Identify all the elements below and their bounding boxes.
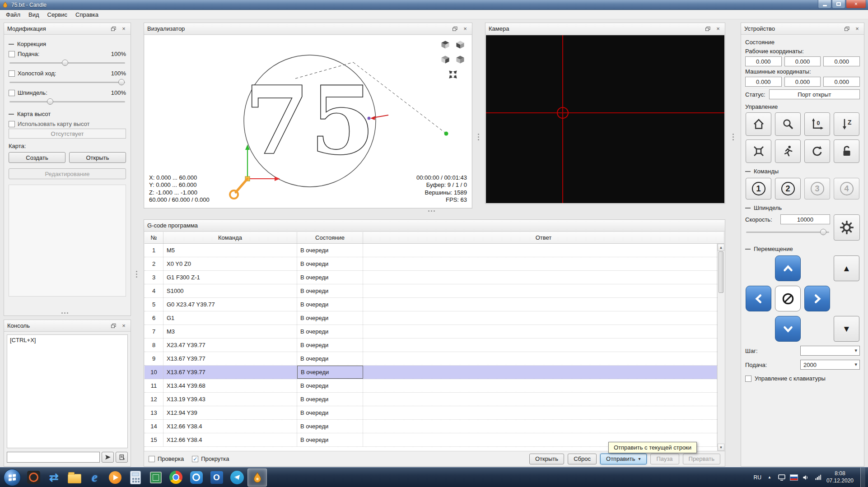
gcode-cell[interactable]: X12.66 Y38.4 [163, 433, 297, 446]
gcode-cell[interactable]: M3 [163, 325, 297, 338]
gcode-cell[interactable]: 13 [145, 406, 163, 419]
minimize-button[interactable] [818, 0, 831, 9]
menu-file[interactable]: Файл [2, 10, 24, 19]
heightmap-create-button[interactable]: Создать [9, 152, 65, 163]
spindle-speed-slider[interactable] [746, 228, 829, 236]
menu-help[interactable]: Справка [71, 10, 103, 19]
keyboard-control-checkbox[interactable] [745, 376, 751, 382]
gcode-cell[interactable]: 8 [145, 339, 163, 352]
spindle-override-checkbox[interactable] [9, 90, 15, 96]
gcode-row[interactable]: 13X12.94 Y39В очереди [145, 406, 717, 420]
gcode-cell[interactable]: X13.67 Y39.77 [163, 366, 297, 379]
gcode-cell[interactable] [363, 311, 717, 325]
language-indicator[interactable]: RU [754, 474, 761, 481]
gcode-cell[interactable]: В очереди [297, 352, 363, 365]
view-top-icon[interactable] [454, 39, 466, 51]
zero-xy-button[interactable]: 0 [804, 112, 830, 136]
float-panel-icon[interactable] [110, 322, 117, 329]
clear-console-button[interactable] [116, 452, 128, 463]
scrollbar-thumb[interactable] [719, 251, 723, 293]
gcode-cell[interactable] [363, 352, 717, 365]
send-dropdown-icon[interactable]: ▾ [639, 456, 641, 461]
gcode-cell[interactable]: В очереди [297, 420, 363, 433]
close-panel-icon[interactable]: × [120, 25, 127, 32]
gcode-row[interactable]: 6G1В очереди [145, 311, 717, 325]
gcode-cell[interactable]: 10 [145, 366, 163, 379]
splitter-handle[interactable] [733, 134, 734, 140]
gcode-cell[interactable]: В очереди [297, 257, 363, 270]
restore-origin-button[interactable] [746, 139, 771, 163]
gcode-cell[interactable] [363, 393, 717, 406]
gcode-cell[interactable]: X0 Y0 Z0 [163, 257, 297, 270]
autoscroll-checkbox[interactable]: ✓ [192, 456, 198, 462]
gcode-cell[interactable] [363, 325, 717, 338]
splitter-handle[interactable] [428, 210, 435, 212]
check-mode-checkbox[interactable] [149, 456, 155, 462]
gcode-cell[interactable]: X23.47 Y39.77 [163, 339, 297, 352]
network-tray-icon[interactable] [814, 473, 822, 482]
gcode-cell[interactable]: X13.67 Y39.77 [163, 352, 297, 365]
gcode-row[interactable]: 4S1000В очереди [145, 284, 717, 298]
gcode-cell[interactable]: G1 F300 Z-1 [163, 271, 297, 284]
jog-y-minus-button[interactable] [775, 316, 801, 342]
taskbar-calculator[interactable] [126, 468, 145, 487]
gcode-cell[interactable]: X13.44 Y39.68 [163, 379, 297, 392]
gcode-cell[interactable]: В очереди [297, 433, 363, 446]
gcode-cell[interactable]: В очереди [297, 379, 363, 392]
spindle-override-slider[interactable] [9, 97, 125, 106]
gcode-cell[interactable] [363, 244, 717, 257]
splitter-handle[interactable] [478, 134, 479, 140]
gcode-cell[interactable]: 4 [145, 284, 163, 297]
start-button[interactable] [1, 468, 23, 487]
gcode-cell[interactable]: В очереди [297, 325, 363, 338]
gcode-cell[interactable]: 7 [145, 325, 163, 338]
gcode-cell[interactable] [363, 298, 717, 311]
jog-x-minus-button[interactable] [746, 286, 771, 311]
gcode-cell[interactable] [363, 366, 717, 379]
z-probe-button[interactable] [775, 112, 801, 136]
gcode-cell[interactable]: 5 [145, 298, 163, 311]
gcode-cell[interactable]: В очереди [297, 298, 363, 311]
gcode-cell[interactable]: 11 [145, 379, 163, 392]
gcode-row[interactable]: 11X13.44 Y39.68В очереди [145, 379, 717, 393]
user-command-1-button[interactable]: 1 [746, 178, 771, 199]
scroll-down-icon[interactable]: ▼ [718, 444, 724, 451]
gcode-cell[interactable]: В очереди [297, 339, 363, 352]
view-front-icon[interactable] [439, 54, 451, 65]
column-command[interactable]: Команда [163, 232, 297, 243]
hidden-icons-chevron-icon[interactable]: ▲ [765, 473, 774, 482]
feed-override-slider[interactable] [9, 59, 125, 67]
user-command-2-button[interactable]: 2 [775, 178, 801, 199]
column-response[interactable]: Ответ [363, 232, 724, 243]
show-desktop-button[interactable] [860, 468, 865, 487]
float-panel-icon[interactable] [451, 25, 458, 32]
feed-override-checkbox[interactable] [9, 51, 15, 57]
rapid-override-slider[interactable] [9, 78, 125, 86]
menu-view[interactable]: Вид [24, 10, 43, 19]
spindle-toggle-button[interactable] [834, 214, 860, 241]
column-number[interactable]: № [145, 232, 163, 243]
gcode-cell[interactable]: X12.66 Y38.4 [163, 420, 297, 433]
gcode-cell[interactable] [363, 379, 717, 392]
gcode-table-body[interactable]: 1M5В очереди2X0 Y0 Z0В очереди3G1 F300 Z… [145, 244, 717, 451]
gcode-cell[interactable]: В очереди [297, 284, 363, 297]
gcode-cell[interactable]: 3 [145, 271, 163, 284]
gcode-cell[interactable] [363, 339, 717, 352]
slider-handle[interactable] [47, 98, 53, 105]
gcode-row[interactable]: 3G1 F300 Z-1В очереди [145, 271, 717, 284]
gcode-cell[interactable]: 15 [145, 433, 163, 446]
gcode-cell[interactable] [363, 271, 717, 284]
close-panel-icon[interactable]: × [854, 25, 861, 32]
jog-z-plus-button[interactable]: ▲ [834, 255, 859, 281]
gcode-cell[interactable]: X12.94 Y39 [163, 406, 297, 419]
gcode-row[interactable]: 1M5В очереди [145, 244, 717, 257]
heightmap-open-button[interactable]: Открыть [69, 152, 126, 163]
gcode-row[interactable]: 7M3В очереди [145, 325, 717, 339]
gcode-cell[interactable]: M5 [163, 244, 297, 257]
float-panel-icon[interactable] [843, 25, 850, 32]
reset-button[interactable] [804, 139, 830, 163]
send-command-button[interactable] [102, 452, 114, 463]
gcode-cell[interactable]: В очереди [297, 393, 363, 406]
gcode-cell[interactable] [363, 284, 717, 297]
jog-z-minus-button[interactable]: ▼ [834, 316, 859, 342]
